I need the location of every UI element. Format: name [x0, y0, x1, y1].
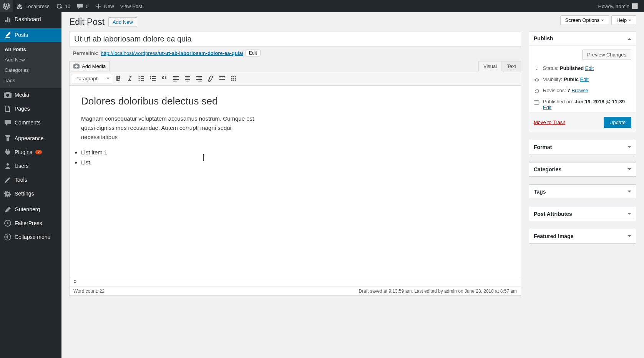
menu-dashboard[interactable]: Dashboard — [0, 12, 61, 26]
browse-revisions-link[interactable]: Browse — [571, 88, 588, 93]
svg-rect-10 — [235, 76, 236, 77]
format-select[interactable]: Paragraph — [72, 74, 112, 83]
submenu-tags[interactable]: Tags — [0, 75, 61, 86]
menu-collapse[interactable]: Collapse menu — [0, 230, 61, 244]
chevron-down-icon — [627, 235, 631, 239]
user-menu[interactable]: Howdy, admin — [595, 0, 641, 12]
edit-status-link[interactable]: Edit — [585, 65, 594, 71]
autosave-status: Draft saved at 9:13:59 am. Last edited b… — [359, 288, 517, 294]
link-icon[interactable] — [205, 73, 216, 84]
chevron-down-icon — [627, 168, 631, 172]
publish-header[interactable]: Publish — [529, 31, 636, 46]
editor-status-path: P — [70, 278, 521, 287]
menu-media[interactable]: Media — [0, 88, 61, 102]
chevron-down-icon — [106, 78, 110, 81]
tags-header[interactable]: Tags — [529, 185, 636, 199]
tab-text[interactable]: Text — [502, 61, 521, 71]
submenu-add-new[interactable]: Add New — [0, 55, 61, 65]
menu-users[interactable]: Users — [0, 159, 61, 173]
editor-box: Paragraph Dolores doloribus delectus sed — [69, 71, 521, 287]
svg-point-4 — [5, 234, 11, 240]
svg-rect-16 — [235, 80, 236, 81]
featured-image-header[interactable]: Featured Image — [529, 229, 636, 243]
site-name[interactable]: Localpress — [13, 0, 53, 12]
post-title-input[interactable] — [69, 31, 521, 46]
tab-visual[interactable]: Visual — [478, 61, 502, 71]
align-center-icon[interactable] — [182, 73, 193, 84]
submenu-all-posts[interactable]: All Posts — [0, 44, 61, 55]
key-icon — [534, 66, 540, 72]
read-more-icon[interactable] — [217, 73, 227, 84]
svg-point-3 — [7, 222, 8, 224]
align-left-icon[interactable] — [171, 73, 181, 84]
screen-options-button[interactable]: Screen Options — [560, 15, 609, 25]
categories-metabox: Categories — [529, 162, 636, 177]
edit-slug-button[interactable]: Edit — [246, 50, 261, 56]
text-cursor-icon — [203, 154, 204, 161]
toolbar-toggle-icon[interactable] — [228, 73, 239, 84]
chevron-down-icon — [627, 213, 631, 217]
menu-tools[interactable]: Tools — [0, 173, 61, 187]
word-count: Word count: 22 — [73, 288, 105, 294]
svg-point-0 — [7, 163, 9, 166]
publish-metabox: Publish Preview Changes Status: Publishe… — [529, 31, 636, 132]
updates[interactable]: 10 — [53, 0, 73, 12]
svg-rect-11 — [231, 78, 232, 79]
add-new-button[interactable]: Add New — [108, 17, 137, 27]
numbered-list-icon[interactable] — [148, 73, 158, 84]
editor-content[interactable]: Dolores doloribus delectus sed Magnam co… — [70, 86, 521, 278]
permalink-link[interactable]: http://localhost/wordpress/ut-ut-ab-labo… — [101, 50, 243, 56]
chevron-down-icon — [627, 146, 631, 150]
svg-point-1 — [7, 193, 9, 195]
submenu-categories[interactable]: Categories — [0, 65, 61, 75]
comments-count[interactable]: 0 — [73, 0, 91, 12]
svg-rect-8 — [231, 76, 232, 77]
calendar-icon — [534, 99, 540, 105]
post-attributes-header[interactable]: Post Attributes — [529, 207, 636, 221]
menu-fakerpress[interactable]: FakerPress — [0, 216, 61, 230]
svg-rect-12 — [233, 78, 234, 79]
svg-point-6 — [138, 78, 139, 79]
add-media-button[interactable]: Add Media — [69, 61, 110, 71]
chevron-up-icon — [627, 36, 631, 40]
svg-rect-15 — [233, 80, 234, 81]
bold-icon[interactable] — [113, 73, 124, 84]
revisions-icon — [534, 88, 540, 94]
permalink-row: Permalink: http://localhost/wordpress/ut… — [69, 46, 521, 60]
move-to-trash-link[interactable]: Move to Trash — [534, 119, 565, 125]
menu-comments[interactable]: Comments — [0, 116, 61, 129]
page-title: Edit Post — [69, 17, 105, 27]
submenu-posts: All Posts Add New Categories Tags — [0, 42, 61, 88]
blockquote-icon[interactable] — [159, 73, 170, 84]
italic-icon[interactable] — [124, 73, 135, 84]
admin-bar: Localpress 10 0 New View Post Howdy, adm… — [0, 0, 644, 12]
content-paragraph: Magnam consequatur voluptatem accusamus … — [81, 114, 266, 142]
svg-rect-14 — [231, 80, 232, 81]
update-button[interactable]: Update — [604, 117, 631, 128]
menu-settings[interactable]: Settings — [0, 187, 61, 201]
list-item: List — [81, 158, 509, 167]
categories-header[interactable]: Categories — [529, 162, 636, 176]
featured-image-metabox: Featured Image — [529, 229, 636, 244]
menu-posts[interactable]: Posts — [0, 28, 61, 42]
svg-point-5 — [138, 76, 139, 77]
format-metabox: Format — [529, 140, 636, 154]
new-content[interactable]: New — [92, 0, 117, 12]
chevron-down-icon — [601, 20, 604, 23]
list-item: List item 1 — [81, 148, 509, 157]
menu-gutenberg[interactable]: Gutenberg — [0, 202, 61, 216]
edit-visibility-link[interactable]: Edit — [580, 76, 589, 82]
avatar-icon — [632, 3, 638, 9]
view-post[interactable]: View Post — [117, 0, 146, 12]
svg-point-7 — [138, 80, 139, 81]
format-header[interactable]: Format — [529, 140, 636, 154]
help-button[interactable]: Help — [611, 15, 636, 25]
wp-logo[interactable] — [0, 0, 13, 12]
edit-date-link[interactable]: Edit — [543, 104, 551, 110]
menu-plugins[interactable]: Plugins7 — [0, 145, 61, 159]
menu-pages[interactable]: Pages — [0, 102, 61, 116]
preview-changes-button[interactable]: Preview Changes — [582, 50, 631, 60]
bullet-list-icon[interactable] — [136, 73, 147, 84]
menu-appearance[interactable]: Appearance — [0, 131, 61, 145]
align-right-icon[interactable] — [194, 73, 204, 84]
